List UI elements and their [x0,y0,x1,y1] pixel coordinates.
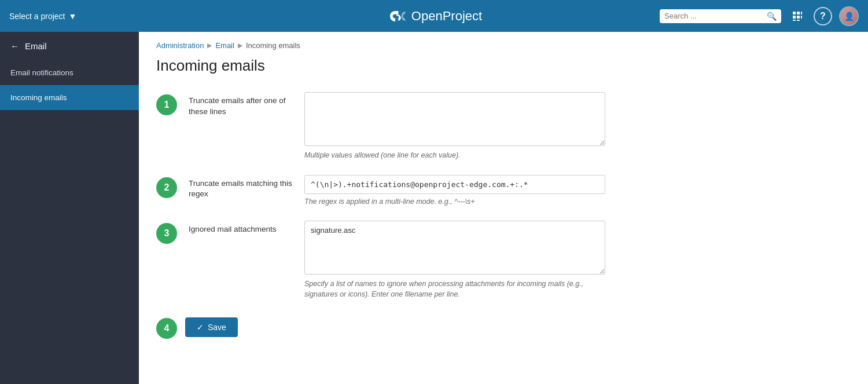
truncate-lines-textarea[interactable] [304,92,605,146]
modules-icon-button[interactable] [788,7,807,25]
save-button[interactable]: ✓ Save [185,317,238,337]
field-hint-1: Multiple values allowed (one line for ea… [304,151,605,161]
svg-rect-7 [797,20,800,21]
field-hint-2: The regex is applied in a multi-line mod… [304,197,605,207]
breadcrumb-sep-1: ▶ [207,42,212,49]
step-badge-1: 1 [156,94,177,115]
avatar-placeholder: 👤 [840,8,858,25]
user-avatar[interactable]: 👤 [839,6,859,26]
svg-rect-5 [801,16,802,19]
help-icon-button[interactable]: ? [814,7,832,25]
breadcrumb-sep-2: ▶ [238,42,242,49]
main-layout: ← Email Email notifications Incoming ema… [0,32,868,384]
project-selector[interactable]: Select a project ▼ [9,12,76,21]
sidebar-title: Email [25,41,47,51]
svg-rect-4 [797,16,800,19]
step-badge-4: 4 [156,318,177,339]
breadcrumb: Administration ▶ Email ▶ Incoming emails [139,32,868,54]
form-row-2: 2 Truncate emails matching this regex Th… [156,175,851,207]
incoming-emails-form: 1 Truncate emails after one of these lin… [139,86,868,362]
field-label-2: Truncate emails matching this regex [189,175,293,200]
back-arrow-icon: ← [10,41,19,51]
form-row-1: 1 Truncate emails after one of these lin… [156,92,851,161]
search-box[interactable]: 🔍 [660,9,781,23]
sidebar-back-button[interactable]: ← Email [0,32,139,60]
project-select-label: Select a project [9,12,65,21]
logo-area: OpenProject [386,9,482,24]
checkmark-icon: ✓ [197,323,204,332]
openproject-logo-icon [386,9,407,24]
chevron-down-icon: ▼ [69,12,77,21]
sidebar-item-label: Incoming emails [10,93,67,102]
svg-rect-2 [801,12,802,14]
step-badge-2: 2 [156,177,177,198]
field-hint-3: Specify a list of names to ignore when p… [304,279,605,299]
svg-rect-0 [793,12,796,14]
field-content-1: Multiple values allowed (one line for ea… [304,92,605,161]
step-badge-3: 3 [156,223,177,244]
logo-text: OpenProject [411,9,482,24]
svg-rect-1 [797,12,800,14]
sidebar-item-incoming-emails[interactable]: Incoming emails [0,85,139,110]
save-label: Save [208,323,226,332]
field-label-1: Truncate emails after one of these lines [189,92,293,118]
breadcrumb-administration[interactable]: Administration [156,41,204,50]
sidebar: ← Email Email notifications Incoming ema… [0,32,139,384]
top-navigation: Select a project ▼ OpenProject 🔍 [0,0,868,32]
field-content-2: The regex is applied in a multi-line mod… [304,175,605,207]
svg-rect-6 [793,20,796,21]
breadcrumb-email[interactable]: Email [215,41,234,50]
ignored-attachments-textarea[interactable] [304,221,605,275]
field-label-3: Ignored mail attachments [189,221,293,235]
page-title: Incoming emails [139,54,868,86]
breadcrumb-current: Incoming emails [246,41,300,50]
sidebar-item-label: Email notifications [10,68,73,77]
save-row: 4 ✓ Save [156,316,851,350]
svg-rect-3 [793,16,796,19]
grid-icon [792,10,803,22]
search-icon-button[interactable]: 🔍 [767,12,777,21]
main-content: Administration ▶ Email ▶ Incoming emails… [139,32,868,384]
sidebar-item-email-notifications[interactable]: Email notifications [0,60,139,85]
form-row-3: 3 Ignored mail attachments Specify a lis… [156,221,851,299]
top-nav-right: 🔍 ? 👤 [660,6,859,26]
truncate-regex-input[interactable] [304,175,605,194]
search-input[interactable] [664,12,763,20]
field-content-3: Specify a list of names to ignore when p… [304,221,605,299]
